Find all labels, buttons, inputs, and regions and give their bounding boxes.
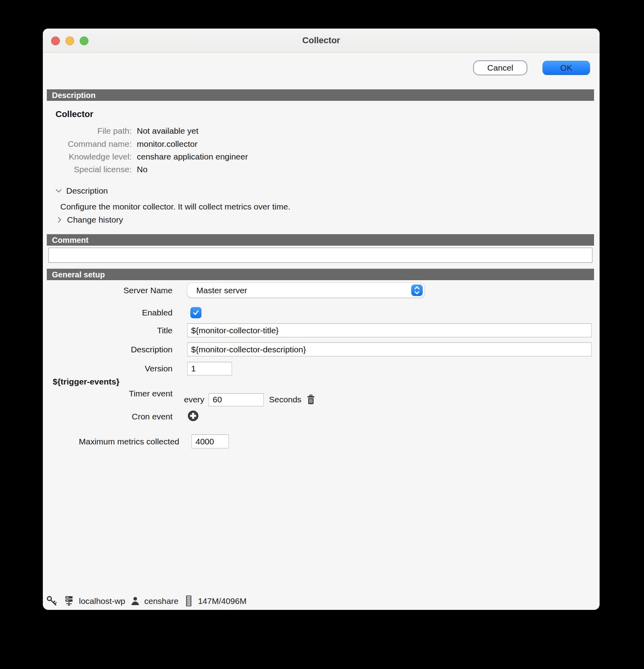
cancel-button[interactable]: Cancel	[473, 60, 527, 75]
meta-row-knowledge-level: Knowledge level:censhare application eng…	[47, 151, 248, 163]
timer-event-label: Timer event	[43, 388, 172, 400]
chevron-down-icon	[55, 187, 63, 195]
user-icon	[130, 596, 141, 607]
timer-every-label: every	[184, 395, 204, 404]
enabled-row: Enabled	[43, 307, 172, 318]
description-row: Description	[43, 342, 172, 356]
status-host: localhost-wp	[79, 596, 125, 606]
checkmark-icon	[192, 309, 199, 316]
server-name-select[interactable]: Master server	[187, 283, 424, 298]
server-name-selected-value: Master server	[196, 283, 247, 298]
special-license-label: Special license:	[47, 163, 132, 175]
status-user: censhare	[144, 596, 178, 606]
ok-button[interactable]: OK	[542, 61, 590, 75]
knowledge-level-value: censhare application engineer	[137, 152, 248, 161]
general-setup-section-header: General setup	[47, 269, 594, 280]
server-name-label: Server Name	[43, 283, 172, 298]
command-name-value: monitor.collector	[137, 139, 197, 148]
status-bar: localhost-wp censhare 147M/4096M	[46, 595, 247, 607]
max-metrics-input[interactable]	[192, 434, 229, 448]
title-row: Title	[43, 323, 172, 337]
cron-event-row: Cron event	[43, 411, 172, 423]
title-label: Title	[43, 323, 172, 337]
memory-icon	[185, 595, 193, 607]
timer-seconds-input[interactable]	[209, 393, 264, 406]
command-heading: Collector	[56, 109, 93, 119]
titlebar: Collector	[43, 29, 600, 53]
file-path-label: File path:	[47, 125, 132, 137]
key-icon	[46, 595, 58, 607]
collector-dialog: Collector Cancel OK Description Collecto…	[43, 29, 600, 610]
trigger-events-label: ${trigger-events}	[53, 377, 119, 386]
version-label: Version	[43, 362, 172, 375]
knowledge-level-label: Knowledge level:	[47, 151, 132, 163]
version-input[interactable]	[187, 362, 232, 375]
max-metrics-label: Maximum metrics collected	[43, 434, 179, 448]
general-setup-section-title: General setup	[52, 270, 105, 279]
meta-row-special-license: Special license:No	[47, 163, 148, 175]
description-label: Description	[43, 342, 172, 356]
description-section-header: Description	[47, 89, 594, 101]
description-disclosure-label: Description	[66, 186, 108, 195]
version-row: Version	[43, 362, 172, 375]
status-memory: 147M/4096M	[198, 596, 247, 606]
timer-event-row: Timer event	[43, 388, 172, 400]
meta-row-command-name: Command name:monitor.collector	[47, 138, 197, 150]
server-connection-icon	[63, 595, 75, 607]
description-section-title: Description	[52, 91, 96, 100]
server-name-row: Server Name	[43, 283, 172, 298]
max-metrics-row: Maximum metrics collected	[43, 434, 179, 448]
description-text: Configure the monitor collector. It will…	[60, 202, 290, 211]
title-input[interactable]	[187, 323, 592, 337]
change-history-disclosure-label: Change history	[67, 215, 123, 224]
enabled-label: Enabled	[43, 307, 172, 318]
timer-seconds-label: Seconds	[269, 395, 301, 404]
trash-icon	[306, 394, 316, 405]
window-title: Collector	[43, 29, 600, 52]
change-history-disclosure-toggle[interactable]: Change history	[56, 214, 123, 226]
comment-input[interactable]	[48, 248, 592, 263]
comment-section-header: Comment	[47, 234, 594, 246]
delete-timer-event-button[interactable]	[306, 394, 316, 405]
enabled-checkbox[interactable]	[190, 307, 201, 318]
meta-row-file-path: File path:Not available yet	[47, 125, 198, 137]
plus-circle-icon	[187, 410, 199, 422]
comment-section-title: Comment	[52, 236, 88, 244]
description-input[interactable]	[187, 342, 592, 356]
file-path-value: Not available yet	[137, 126, 198, 135]
description-disclosure-toggle[interactable]: Description	[55, 185, 108, 197]
add-cron-event-button[interactable]	[187, 410, 199, 423]
timer-event-controls: every Seconds	[184, 393, 316, 406]
special-license-value: No	[137, 165, 148, 174]
command-name-label: Command name:	[47, 138, 132, 150]
cron-event-label: Cron event	[43, 411, 172, 423]
chevron-right-icon	[56, 216, 63, 224]
popup-stepper-icon	[411, 285, 423, 296]
